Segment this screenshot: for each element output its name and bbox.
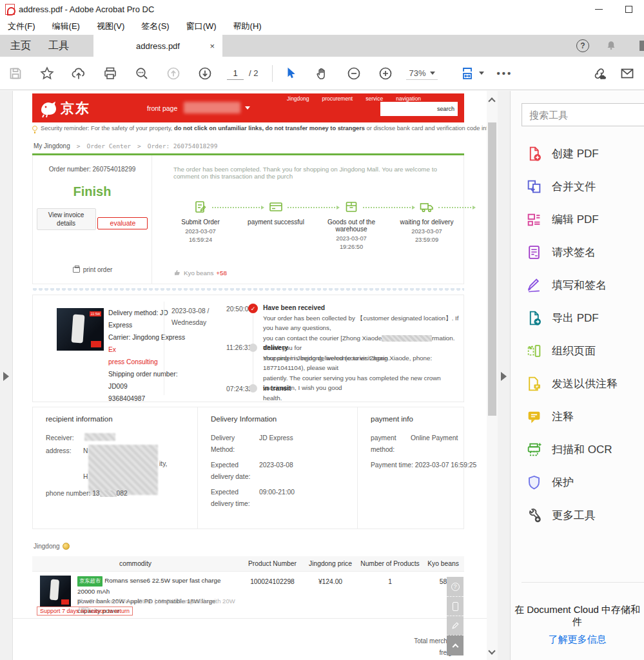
express-consulting-link[interactable]: Ex — [108, 346, 116, 353]
breadcrumb-sep: > — [137, 142, 141, 150]
menu-edit[interactable]: 编辑(E) — [52, 21, 80, 32]
jd-logo-text[interactable]: 京东 — [61, 99, 90, 117]
hand-tool-icon[interactable] — [315, 66, 330, 81]
evaluate-button[interactable]: evaluate — [97, 217, 148, 229]
chevron-up-icon — [452, 643, 458, 650]
favorite-star-icon[interactable] — [39, 66, 55, 81]
select-cursor-icon[interactable] — [283, 66, 298, 81]
nav-navigation[interactable]: navigation — [396, 95, 421, 102]
timeline-node-delivery-icon — [249, 344, 257, 352]
collapse-tools-pane-icon[interactable] — [501, 372, 507, 381]
zoom-in-icon[interactable] — [378, 66, 393, 81]
nav-service[interactable]: service — [366, 95, 383, 102]
menu-help[interactable]: 帮助(H) — [233, 21, 262, 32]
product-image[interactable]: 22.5W — [57, 308, 104, 351]
kyo-beans-delta: +58 — [216, 269, 227, 277]
breadcrumb: My Jingdong > Order Center > Order: 2607… — [34, 142, 217, 150]
page-fit-icon[interactable] — [460, 66, 475, 81]
tab-close-icon[interactable]: × — [210, 41, 215, 51]
expected-date-value: 2023-03-08 — [259, 461, 293, 469]
tab-tools[interactable]: 工具 — [48, 35, 69, 57]
payment-card-icon — [268, 199, 284, 215]
step-delivery: waiting for delivery 2023-03-0723:59:09 — [388, 199, 465, 244]
merchant-label: Jingdong — [34, 543, 70, 550]
organize-pages-icon — [526, 343, 542, 359]
shipping-order-number: Shipping order number: JD009 — [108, 368, 186, 393]
nav-procurement[interactable]: procurement — [322, 95, 353, 102]
zoom-level-control[interactable]: 73% — [406, 67, 437, 80]
tool-combine-files[interactable]: 合并文件 — [511, 170, 644, 203]
express-consulting-link2[interactable]: press Consulting — [108, 356, 186, 368]
page-total-label: / 2 — [249, 68, 258, 78]
minimize-button[interactable] — [585, 0, 613, 18]
tool-fill-sign[interactable]: 填写和签名 — [511, 269, 644, 302]
tool-request-signatures[interactable]: 请求签名 — [511, 236, 644, 269]
nav-jingdong[interactable]: Jingdong — [287, 95, 309, 102]
tool-comment[interactable]: 注释 — [511, 400, 644, 433]
step-connector — [438, 207, 474, 208]
user-dropdown-caret-icon[interactable] — [245, 106, 250, 110]
tab-document-label: address.pdf — [136, 41, 180, 51]
mobile-float-button[interactable] — [447, 596, 463, 616]
print-order-link[interactable]: print order — [33, 266, 152, 273]
zoom-out-icon[interactable] — [346, 66, 362, 81]
sign-in-icon-clipped[interactable] — [639, 41, 644, 51]
back-to-top-button[interactable] — [447, 635, 463, 655]
tool-create-pdf[interactable]: 创建 PDF — [511, 137, 644, 170]
redacted-contact-info — [382, 335, 432, 342]
header-product-number: Product Number — [239, 560, 306, 567]
more-tools-ellipsis[interactable]: ••• — [497, 66, 513, 81]
front-page-link[interactable]: front page — [147, 104, 177, 112]
tool-scan-ocr[interactable]: 扫描和 OCR — [511, 433, 644, 466]
tool-edit-pdf[interactable]: 编辑 PDF — [511, 203, 644, 236]
feedback-float-button[interactable] — [447, 616, 463, 635]
breadcrumb-my-jingdong[interactable]: My Jingdong — [34, 142, 70, 150]
learn-more-link[interactable]: 了解更多信息 — [511, 634, 644, 646]
scroll-up-icon[interactable] — [488, 97, 495, 104]
pdf-page: 京东 front page Jingdong procurement servi… — [13, 91, 487, 660]
breadcrumb-order-center[interactable]: Order Center — [86, 142, 131, 150]
view-invoice-button[interactable]: View invoice details — [37, 208, 96, 230]
tool-more-tools[interactable]: 更多工具 — [511, 499, 644, 532]
cell-product-number: 100024102298 — [239, 578, 306, 585]
search-icon[interactable] — [134, 66, 150, 81]
help-float-button[interactable]: ? — [447, 577, 463, 596]
page-number-input[interactable] — [227, 67, 244, 80]
share-link-icon[interactable] — [592, 66, 607, 81]
tool-protect[interactable]: 保护 — [511, 466, 644, 499]
tool-organize-pages[interactable]: 组织页面 — [511, 335, 644, 367]
tool-search-input[interactable] — [522, 103, 644, 126]
vertical-scrollbar[interactable] — [487, 91, 498, 660]
menu-window[interactable]: 窗口(W) — [186, 21, 217, 32]
menu-file[interactable]: 文件(F) — [8, 21, 35, 32]
save-icon[interactable] — [8, 66, 23, 81]
page-fit-caret-icon[interactable] — [479, 72, 484, 75]
tool-export-pdf[interactable]: 导出 PDF — [511, 302, 644, 335]
print-icon[interactable] — [102, 66, 118, 81]
notifications-bell-icon[interactable] — [605, 39, 618, 52]
step-date: 2023-03-07 — [185, 228, 216, 235]
scrollbar-thumb[interactable] — [488, 122, 496, 416]
help-icon[interactable]: ? — [576, 39, 589, 52]
tab-document[interactable]: address.pdf × — [93, 35, 222, 57]
tool-send-for-comments[interactable]: 发送以供注释 — [511, 367, 644, 400]
address-label: address: — [46, 447, 72, 454]
scroll-down-icon[interactable] — [488, 647, 495, 654]
email-icon[interactable] — [620, 66, 635, 81]
timeline-node-transit-icon — [249, 384, 257, 393]
tab-home[interactable]: 主页 — [10, 35, 31, 57]
menu-view[interactable]: 视图(V) — [97, 21, 124, 32]
next-page-icon[interactable] — [197, 66, 213, 81]
maximize-button[interactable] — [614, 0, 643, 18]
tool-label: 创建 PDF — [552, 146, 599, 161]
jd-search-box[interactable]: search — [380, 102, 458, 116]
menu-sign[interactable]: 签名(S) — [141, 21, 169, 32]
username-redacted[interactable] — [184, 102, 240, 113]
jd-search-button[interactable]: search — [437, 106, 458, 112]
share-cloud-upload-icon[interactable] — [71, 66, 86, 81]
previous-page-icon[interactable] — [166, 66, 181, 81]
payment-method-value: Online Payment — [411, 434, 458, 442]
expand-left-pane-icon[interactable] — [3, 372, 9, 381]
zoom-caret-icon — [430, 72, 435, 75]
product-thumbnail[interactable] — [40, 576, 71, 607]
